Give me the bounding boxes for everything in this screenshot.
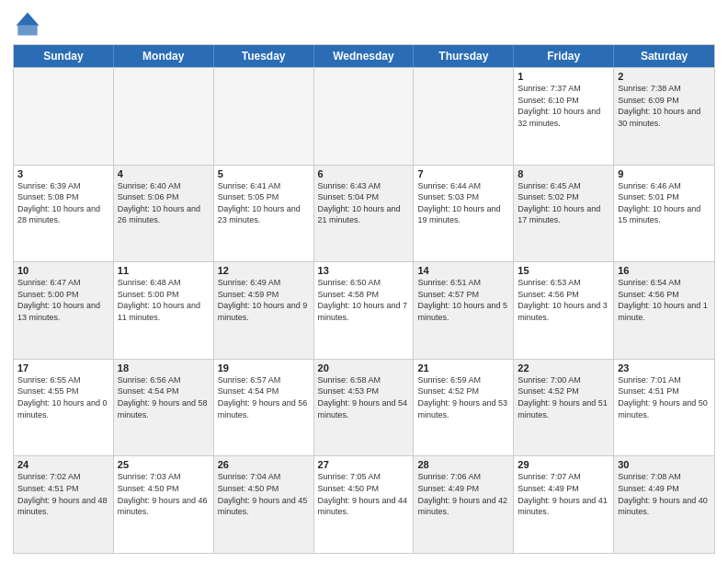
day-number: 14	[417, 265, 509, 276]
day-info: Sunrise: 6:50 AM Sunset: 4:58 PM Dayligh…	[318, 277, 410, 323]
day-cell-6: 6Sunrise: 6:43 AM Sunset: 5:04 PM Daylig…	[314, 166, 415, 262]
day-info: Sunrise: 6:58 AM Sunset: 4:53 PM Dayligh…	[318, 374, 410, 420]
day-info: Sunrise: 6:47 AM Sunset: 5:00 PM Dayligh…	[17, 277, 109, 323]
day-info: Sunrise: 6:54 AM Sunset: 4:56 PM Dayligh…	[618, 277, 711, 323]
day-number: 6	[318, 168, 410, 179]
page: SundayMondayTuesdayWednesdayThursdayFrid…	[0, 0, 728, 563]
calendar-row-0: 1Sunrise: 7:37 AM Sunset: 6:10 PM Daylig…	[14, 67, 714, 165]
day-cell-8: 8Sunrise: 6:45 AM Sunset: 5:02 PM Daylig…	[514, 166, 614, 262]
day-number: 13	[318, 265, 410, 276]
day-number: 28	[417, 459, 509, 470]
weekday-header-friday: Friday	[514, 45, 614, 67]
svg-marker-0	[17, 13, 40, 26]
day-info: Sunrise: 6:39 AM Sunset: 5:08 PM Dayligh…	[17, 180, 109, 226]
empty-cell-0-3	[314, 68, 415, 165]
day-number: 7	[417, 168, 509, 179]
day-info: Sunrise: 6:53 AM Sunset: 4:56 PM Dayligh…	[518, 277, 609, 323]
day-cell-11: 11Sunrise: 6:48 AM Sunset: 5:00 PM Dayli…	[114, 262, 214, 359]
calendar-body: 1Sunrise: 7:37 AM Sunset: 6:10 PM Daylig…	[14, 67, 714, 553]
day-number: 18	[118, 362, 210, 373]
day-number: 1	[518, 71, 609, 82]
day-number: 20	[318, 362, 410, 373]
day-cell-22: 22Sunrise: 7:00 AM Sunset: 4:52 PM Dayli…	[514, 360, 614, 456]
day-info: Sunrise: 6:55 AM Sunset: 4:55 PM Dayligh…	[17, 374, 109, 420]
weekday-header-saturday: Saturday	[614, 45, 714, 67]
day-cell-18: 18Sunrise: 6:56 AM Sunset: 4:54 PM Dayli…	[114, 360, 214, 456]
day-info: Sunrise: 7:08 AM Sunset: 4:49 PM Dayligh…	[618, 471, 711, 517]
day-cell-9: 9Sunrise: 6:46 AM Sunset: 5:01 PM Daylig…	[614, 166, 714, 262]
day-number: 27	[318, 459, 410, 470]
day-cell-19: 19Sunrise: 6:57 AM Sunset: 4:54 PM Dayli…	[214, 360, 314, 456]
day-info: Sunrise: 7:06 AM Sunset: 4:49 PM Dayligh…	[417, 471, 509, 517]
day-cell-20: 20Sunrise: 6:58 AM Sunset: 4:53 PM Dayli…	[314, 360, 415, 456]
day-cell-27: 27Sunrise: 7:05 AM Sunset: 4:50 PM Dayli…	[314, 456, 415, 553]
day-info: Sunrise: 7:37 AM Sunset: 6:10 PM Dayligh…	[518, 83, 609, 129]
empty-cell-0-2	[214, 68, 314, 165]
day-number: 5	[218, 168, 310, 179]
day-cell-26: 26Sunrise: 7:04 AM Sunset: 4:50 PM Dayli…	[214, 456, 314, 553]
day-info: Sunrise: 7:07 AM Sunset: 4:49 PM Dayligh…	[518, 471, 609, 517]
day-number: 8	[518, 168, 609, 179]
day-cell-25: 25Sunrise: 7:03 AM Sunset: 4:50 PM Dayli…	[114, 456, 214, 553]
day-cell-2: 2Sunrise: 7:38 AM Sunset: 6:09 PM Daylig…	[614, 68, 714, 165]
day-info: Sunrise: 7:01 AM Sunset: 4:51 PM Dayligh…	[618, 374, 711, 420]
empty-cell-0-0	[14, 68, 114, 165]
day-number: 2	[618, 71, 711, 82]
day-cell-10: 10Sunrise: 6:47 AM Sunset: 5:00 PM Dayli…	[14, 262, 114, 359]
day-number: 19	[218, 362, 310, 373]
weekday-header-monday: Monday	[114, 45, 214, 67]
calendar-row-4: 24Sunrise: 7:02 AM Sunset: 4:51 PM Dayli…	[14, 455, 714, 553]
day-info: Sunrise: 6:57 AM Sunset: 4:54 PM Dayligh…	[218, 374, 310, 420]
day-cell-13: 13Sunrise: 6:50 AM Sunset: 4:58 PM Dayli…	[314, 262, 415, 359]
day-number: 22	[518, 362, 609, 373]
calendar-header: SundayMondayTuesdayWednesdayThursdayFrid…	[14, 45, 714, 67]
day-number: 25	[118, 459, 210, 470]
day-info: Sunrise: 7:03 AM Sunset: 4:50 PM Dayligh…	[118, 471, 210, 517]
day-number: 16	[618, 265, 711, 276]
empty-cell-0-4	[414, 68, 514, 165]
svg-rect-1	[17, 26, 37, 36]
day-number: 4	[118, 168, 210, 179]
day-info: Sunrise: 7:04 AM Sunset: 4:50 PM Dayligh…	[218, 471, 310, 517]
day-info: Sunrise: 6:48 AM Sunset: 5:00 PM Dayligh…	[118, 277, 210, 323]
calendar-row-1: 3Sunrise: 6:39 AM Sunset: 5:08 PM Daylig…	[14, 165, 714, 262]
day-cell-4: 4Sunrise: 6:40 AM Sunset: 5:06 PM Daylig…	[114, 166, 214, 262]
day-info: Sunrise: 6:41 AM Sunset: 5:05 PM Dayligh…	[218, 180, 310, 226]
day-cell-15: 15Sunrise: 6:53 AM Sunset: 4:56 PM Dayli…	[514, 262, 614, 359]
day-cell-3: 3Sunrise: 6:39 AM Sunset: 5:08 PM Daylig…	[14, 166, 114, 262]
day-number: 30	[618, 459, 711, 470]
logo	[13, 9, 46, 39]
day-cell-14: 14Sunrise: 6:51 AM Sunset: 4:57 PM Dayli…	[414, 262, 514, 359]
day-info: Sunrise: 6:59 AM Sunset: 4:52 PM Dayligh…	[417, 374, 509, 420]
day-info: Sunrise: 7:00 AM Sunset: 4:52 PM Dayligh…	[518, 374, 609, 420]
calendar: SundayMondayTuesdayWednesdayThursdayFrid…	[13, 44, 715, 554]
day-cell-23: 23Sunrise: 7:01 AM Sunset: 4:51 PM Dayli…	[614, 360, 714, 456]
day-number: 23	[618, 362, 711, 373]
day-info: Sunrise: 6:43 AM Sunset: 5:04 PM Dayligh…	[318, 180, 410, 226]
weekday-header-tuesday: Tuesday	[214, 45, 314, 67]
day-info: Sunrise: 7:38 AM Sunset: 6:09 PM Dayligh…	[618, 83, 711, 129]
day-cell-12: 12Sunrise: 6:49 AM Sunset: 4:59 PM Dayli…	[214, 262, 314, 359]
day-number: 17	[17, 362, 109, 373]
day-info: Sunrise: 6:45 AM Sunset: 5:02 PM Dayligh…	[518, 180, 609, 226]
day-cell-17: 17Sunrise: 6:55 AM Sunset: 4:55 PM Dayli…	[14, 360, 114, 456]
empty-cell-0-1	[114, 68, 214, 165]
day-cell-5: 5Sunrise: 6:41 AM Sunset: 5:05 PM Daylig…	[214, 166, 314, 262]
day-number: 9	[618, 168, 711, 179]
day-number: 12	[218, 265, 310, 276]
day-number: 15	[518, 265, 609, 276]
day-info: Sunrise: 6:56 AM Sunset: 4:54 PM Dayligh…	[118, 374, 210, 420]
day-info: Sunrise: 6:40 AM Sunset: 5:06 PM Dayligh…	[118, 180, 210, 226]
day-cell-1: 1Sunrise: 7:37 AM Sunset: 6:10 PM Daylig…	[514, 68, 614, 165]
day-cell-21: 21Sunrise: 6:59 AM Sunset: 4:52 PM Dayli…	[414, 360, 514, 456]
day-info: Sunrise: 6:49 AM Sunset: 4:59 PM Dayligh…	[218, 277, 310, 323]
day-number: 26	[218, 459, 310, 470]
day-cell-29: 29Sunrise: 7:07 AM Sunset: 4:49 PM Dayli…	[514, 456, 614, 553]
calendar-row-2: 10Sunrise: 6:47 AM Sunset: 5:00 PM Dayli…	[14, 261, 714, 359]
day-cell-16: 16Sunrise: 6:54 AM Sunset: 4:56 PM Dayli…	[614, 262, 714, 359]
day-info: Sunrise: 6:51 AM Sunset: 4:57 PM Dayligh…	[417, 277, 509, 323]
day-number: 11	[118, 265, 210, 276]
header	[13, 9, 715, 39]
day-number: 3	[17, 168, 109, 179]
day-info: Sunrise: 6:44 AM Sunset: 5:03 PM Dayligh…	[417, 180, 509, 226]
